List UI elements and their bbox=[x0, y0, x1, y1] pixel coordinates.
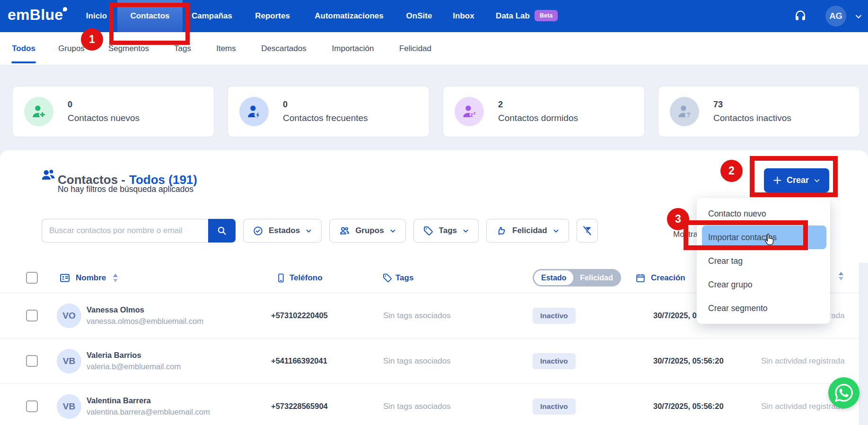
sort-actividad[interactable] bbox=[839, 272, 843, 280]
stat-label: Contactos nuevos bbox=[68, 113, 140, 123]
menu-item-crear-grupo[interactable]: Crear grupo bbox=[697, 273, 830, 296]
table-row[interactable]: VB Valeria Barrios valeria.b@embluemail.… bbox=[0, 338, 868, 384]
col-header-nombre: Nombre bbox=[76, 273, 106, 283]
status-badge: Inactivo bbox=[533, 308, 576, 324]
row-checkbox[interactable] bbox=[26, 355, 38, 367]
clear-filters-button[interactable] bbox=[577, 219, 598, 243]
menu-item-crear-tag[interactable]: Crear tag bbox=[697, 249, 830, 273]
tab-todos[interactable]: Todos bbox=[12, 32, 35, 65]
top-nav: emBlue Inicio Contactos Campañas Reporte… bbox=[0, 0, 868, 32]
contact-email: valentina.barrera@embluemail.com bbox=[87, 408, 210, 416]
nav-item-inbox[interactable]: Inbox bbox=[453, 0, 474, 32]
contact-name: Valeria Barrios bbox=[87, 351, 181, 360]
chevron-down-icon bbox=[389, 227, 396, 234]
chevron-down-icon bbox=[305, 227, 312, 234]
user-bolt-icon bbox=[239, 97, 269, 126]
whatsapp-button[interactable] bbox=[828, 377, 859, 408]
filters-status-text: No hay filtros de búsqueda aplicados bbox=[58, 184, 193, 194]
contact-email: valeria.b@embluemail.com bbox=[87, 362, 181, 371]
table-scrollbar[interactable] bbox=[859, 263, 868, 425]
contact-phone: +573228565904 bbox=[265, 402, 376, 411]
tag-icon bbox=[382, 273, 393, 283]
contact-name: Vanessa Olmos bbox=[87, 305, 203, 314]
col-header-creacion: Creación bbox=[651, 273, 685, 283]
user-question-icon: ? bbox=[670, 97, 699, 126]
toggle-felicidad[interactable]: Felicidad bbox=[573, 274, 619, 282]
account-menu-button[interactable] bbox=[854, 12, 863, 23]
grupos-filter-button[interactable]: Grupos bbox=[329, 219, 405, 243]
tab-segmentos[interactable]: Segmentos bbox=[108, 32, 149, 65]
id-card-icon bbox=[59, 272, 70, 284]
search-input[interactable] bbox=[42, 219, 208, 243]
select-all-checkbox[interactable] bbox=[26, 272, 38, 284]
menu-item-crear-segmento[interactable]: Crear segmento bbox=[697, 296, 830, 320]
phone-icon bbox=[276, 273, 286, 283]
stat-card-inactivos[interactable]: ? 73 Contactos inactivos bbox=[658, 86, 860, 137]
nav-item-reportes[interactable]: Reportes bbox=[255, 0, 290, 32]
emblue-logo-text: emBlue bbox=[8, 6, 63, 23]
contact-phone: +573102220405 bbox=[265, 311, 376, 320]
nav-item-automatizaciones[interactable]: Automatizaciones bbox=[315, 0, 383, 32]
search-group bbox=[42, 219, 236, 243]
search-icon bbox=[216, 225, 228, 236]
annotation-step-2: 2 bbox=[720, 160, 743, 182]
tab-descartados[interactable]: Descartados bbox=[261, 32, 306, 65]
filter-off-icon bbox=[581, 225, 593, 236]
chevron-down-icon bbox=[462, 227, 469, 234]
felicidad-filter-button[interactable]: Felicidad bbox=[486, 219, 569, 243]
stat-value: 0 bbox=[68, 100, 140, 110]
tag-icon bbox=[423, 226, 434, 236]
contact-avatar: VO bbox=[57, 304, 81, 328]
tab-tags[interactable]: Tags bbox=[174, 32, 191, 65]
row-checkbox[interactable] bbox=[26, 400, 38, 412]
contact-tags: Sin tags asociados bbox=[376, 356, 527, 366]
contact-activity: Sin actividad registrada bbox=[747, 356, 868, 366]
user-avatar[interactable]: AG bbox=[825, 6, 846, 26]
contact-name: Valentina Barrera bbox=[87, 396, 210, 405]
contact-tags: Sin tags asociados bbox=[376, 402, 527, 411]
row-checkbox[interactable] bbox=[26, 310, 38, 321]
chevron-down-icon bbox=[813, 177, 821, 184]
tab-felicidad[interactable]: Felicidad bbox=[399, 32, 431, 65]
stat-label: Contactos inactivos bbox=[713, 113, 791, 123]
nav-item-inicio[interactable]: Inicio bbox=[86, 0, 107, 32]
contact-created: 30/7/2025, 05:56:20 bbox=[629, 402, 747, 411]
contact-email: vanessa.olmos@embluemail.com bbox=[87, 317, 203, 326]
felicidad-filter-label: Felicidad bbox=[512, 226, 547, 235]
user-sleep-icon: zz bbox=[455, 97, 484, 126]
stat-card-nuevos[interactable]: 0 Contactos nuevos bbox=[12, 86, 214, 137]
stat-label: Contactos dormidos bbox=[498, 113, 578, 123]
users-icon bbox=[339, 225, 350, 236]
col-header-tags: Tags bbox=[395, 273, 413, 283]
whatsapp-icon bbox=[835, 384, 853, 402]
thumb-up-icon bbox=[496, 225, 507, 236]
search-button[interactable] bbox=[208, 219, 236, 243]
support-button[interactable] bbox=[794, 9, 807, 23]
emblue-logo[interactable]: emBlue bbox=[8, 6, 63, 24]
menu-item-importar-contactos[interactable]: Importar contactos bbox=[702, 226, 826, 249]
nav-item-onsite[interactable]: OnSite bbox=[406, 0, 432, 32]
contact-avatar: VB bbox=[57, 394, 81, 419]
stat-card-dormidos[interactable]: zz 2 Contactos dormidos bbox=[443, 86, 645, 137]
create-button-label: Crear bbox=[787, 175, 809, 185]
tags-filter-button[interactable]: Tags bbox=[413, 219, 479, 243]
sort-nombre[interactable] bbox=[113, 274, 118, 282]
calendar-icon bbox=[635, 273, 646, 283]
toggle-estado[interactable]: Estado bbox=[534, 270, 573, 285]
estados-filter-button[interactable]: Estados bbox=[243, 219, 322, 243]
table-row[interactable]: VB Valentina Barrera valentina.barrera@e… bbox=[0, 384, 868, 425]
create-button[interactable]: Crear bbox=[764, 168, 829, 192]
tab-items[interactable]: Items bbox=[216, 32, 236, 65]
nav-item-datalab[interactable]: Data Lab bbox=[496, 0, 530, 32]
menu-item-contacto-nuevo[interactable]: Contacto nuevo bbox=[697, 202, 830, 226]
stat-card-frecuentes[interactable]: 0 Contactos frecuentes bbox=[228, 86, 430, 137]
contacts-tab-bar: Todos Grupos Segmentos Tags Items Descar… bbox=[0, 32, 868, 65]
nav-item-contactos[interactable]: Contactos bbox=[117, 0, 183, 32]
nav-item-campanas[interactable]: Campañas bbox=[192, 0, 232, 32]
headphones-icon bbox=[794, 9, 807, 23]
annotation-step-3: 3 bbox=[667, 208, 689, 230]
tab-importacion[interactable]: Importación bbox=[332, 32, 374, 65]
emblue-contacts-screen: emBlue Inicio Contactos Campañas Reporte… bbox=[0, 0, 868, 425]
logo-dot bbox=[63, 7, 67, 11]
contacts-people-icon bbox=[41, 167, 56, 184]
